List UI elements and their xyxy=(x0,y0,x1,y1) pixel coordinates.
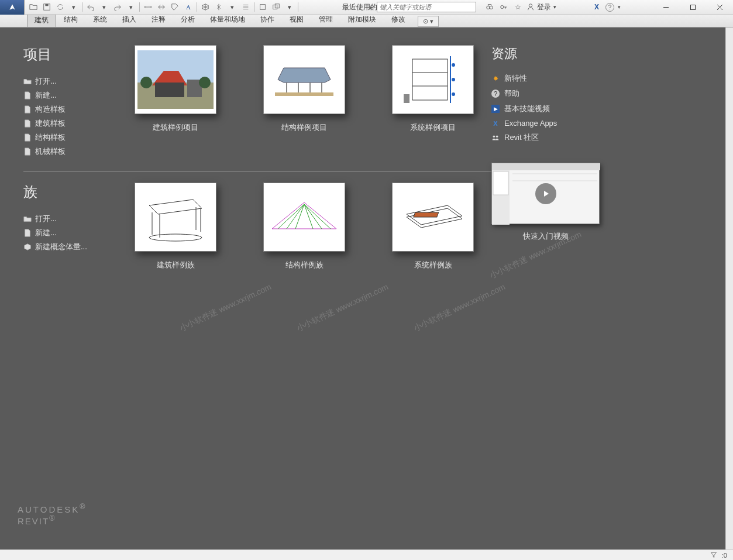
binoculars-icon[interactable] xyxy=(484,2,495,12)
svg-point-6 xyxy=(490,6,493,9)
open-icon[interactable] xyxy=(27,1,40,13)
sync-icon[interactable] xyxy=(54,1,67,13)
family-new-conceptual-mass[interactable]: 新建概念体量... xyxy=(23,240,129,254)
svg-rect-30 xyxy=(404,94,409,103)
save-icon[interactable] xyxy=(40,1,53,13)
resource-whats-new[interactable]: ✸新特性 xyxy=(491,71,620,86)
family-open-link[interactable]: 打开... xyxy=(23,212,129,226)
quick-start-video-label: 快速入门视频 xyxy=(491,231,600,242)
svg-rect-9 xyxy=(690,5,695,9)
titlebar: ▾ ▾ ▾ A ▾ ▾ 最近使用的文件 ▸ ☆ 登录 ▾ xyxy=(0,0,733,15)
undo-icon[interactable] xyxy=(84,1,97,13)
sample-project-structure[interactable]: 结构样例项目 xyxy=(263,45,345,133)
sample-family-structure[interactable]: 结构样例族 xyxy=(263,183,345,270)
resources-title: 资源 xyxy=(491,45,620,63)
dropdown-icon[interactable]: ▾ xyxy=(125,1,137,13)
key-icon[interactable] xyxy=(498,2,509,12)
login-button[interactable]: 登录 ▾ xyxy=(526,2,556,12)
resources-panel: 资源 ✸新特性 ?帮助 ▶基本技能视频 XExchange Apps Revit… xyxy=(491,45,620,538)
family-new-link[interactable]: 新建... xyxy=(23,226,129,240)
svg-rect-46 xyxy=(414,212,439,217)
exchange-x-icon: X xyxy=(491,119,500,128)
svg-point-16 xyxy=(199,77,211,88)
project-template-mechanical[interactable]: 机械样板 xyxy=(23,145,129,159)
svg-marker-17 xyxy=(278,68,331,83)
resource-videos[interactable]: ▶基本技能视频 xyxy=(491,101,620,116)
svg-rect-2 xyxy=(260,5,266,10)
start-page: 项目 打开... 新建... 构造样板 建筑样板 结构样板 机械样板 建筑样例项… xyxy=(0,28,725,549)
svg-point-47 xyxy=(493,136,495,138)
section-divider xyxy=(23,171,491,172)
measure-icon[interactable] xyxy=(142,1,154,13)
project-template-construction[interactable]: 构造样板 xyxy=(23,102,129,116)
svg-rect-13 xyxy=(155,83,184,97)
project-new-link[interactable]: 新建... xyxy=(23,88,129,102)
tab-architecture[interactable]: 建筑 xyxy=(27,13,56,27)
svg-line-39 xyxy=(287,204,304,229)
app-menu-button[interactable] xyxy=(0,0,25,15)
quick-start-video[interactable] xyxy=(491,163,600,224)
svg-rect-23 xyxy=(412,59,448,100)
tag-icon[interactable] xyxy=(168,1,181,13)
play-icon: ▶ xyxy=(491,105,500,113)
window-controls xyxy=(652,0,733,15)
3d-view-icon[interactable] xyxy=(199,1,212,13)
svg-rect-1 xyxy=(45,4,48,6)
close-button[interactable] xyxy=(706,0,733,15)
switch-windows-icon[interactable] xyxy=(270,1,283,13)
filter-icon[interactable] xyxy=(710,551,717,559)
svg-point-15 xyxy=(140,77,152,88)
sample-project-architecture[interactable]: 建筑样例项目 xyxy=(135,45,216,133)
svg-point-29 xyxy=(452,92,455,96)
align-icon[interactable] xyxy=(155,1,168,13)
search-input[interactable] xyxy=(377,2,476,12)
redo-icon[interactable] xyxy=(111,1,124,13)
project-template-structural[interactable]: 结构样板 xyxy=(23,130,129,145)
text-icon[interactable]: A xyxy=(182,1,195,13)
svg-rect-51 xyxy=(493,171,508,195)
search-arrow-icon: ▸ xyxy=(370,4,373,11)
vertical-scrollbar[interactable] xyxy=(725,28,733,549)
sparkle-icon: ✸ xyxy=(491,74,500,83)
project-open-link[interactable]: 打开... xyxy=(23,74,129,88)
ribbon-tabs: 建筑 结构 系统 插入 注释 分析 体量和场地 协作 视图 管理 附加模块 修改… xyxy=(0,15,733,28)
svg-line-42 xyxy=(304,204,322,229)
svg-point-7 xyxy=(501,5,504,8)
dropdown-icon[interactable]: ▾ xyxy=(226,1,239,13)
svg-point-48 xyxy=(496,136,498,138)
sample-project-systems[interactable]: 系统样例项目 xyxy=(392,45,474,133)
ribbon-selector-icon[interactable]: ⊙ ▾ xyxy=(418,16,439,27)
svg-rect-22 xyxy=(275,92,333,96)
filter-count: :0 xyxy=(722,552,727,559)
sample-family-systems[interactable]: 系统样例族 xyxy=(392,183,474,270)
help-icon[interactable]: ? xyxy=(605,3,614,12)
families-title: 族 xyxy=(23,183,129,201)
dropdown-icon[interactable]: ▾ xyxy=(98,1,111,13)
svg-line-38 xyxy=(278,204,304,229)
svg-point-28 xyxy=(452,78,455,81)
resource-community[interactable]: Revit 社区 xyxy=(491,130,620,145)
dropdown-icon[interactable]: ▾ xyxy=(67,1,80,13)
maximize-button[interactable] xyxy=(679,0,706,15)
close-views-icon[interactable] xyxy=(256,1,269,13)
question-icon: ? xyxy=(491,90,500,98)
svg-line-40 xyxy=(295,204,304,229)
svg-line-43 xyxy=(304,204,331,229)
dropdown-icon[interactable]: ▾ xyxy=(283,1,296,13)
projects-title: 项目 xyxy=(23,45,129,64)
thin-lines-icon[interactable] xyxy=(239,1,252,13)
svg-rect-49 xyxy=(492,163,600,170)
svg-point-8 xyxy=(529,4,532,7)
minimize-button[interactable] xyxy=(652,0,679,15)
sample-family-architecture[interactable]: 建筑样例族 xyxy=(135,183,216,270)
star-icon[interactable]: ☆ xyxy=(512,2,523,12)
svg-point-5 xyxy=(487,6,490,9)
project-template-architectural[interactable]: 建筑样板 xyxy=(23,116,129,130)
section-icon[interactable] xyxy=(212,1,225,13)
help-dropdown-icon[interactable]: ▾ xyxy=(618,4,621,10)
branding: AUTODESK® REVIT® xyxy=(18,503,87,526)
svg-point-36 xyxy=(149,234,202,241)
exchange-icon[interactable]: X xyxy=(591,2,602,12)
resource-exchange[interactable]: XExchange Apps xyxy=(491,116,620,130)
resource-help[interactable]: ?帮助 xyxy=(491,86,620,101)
